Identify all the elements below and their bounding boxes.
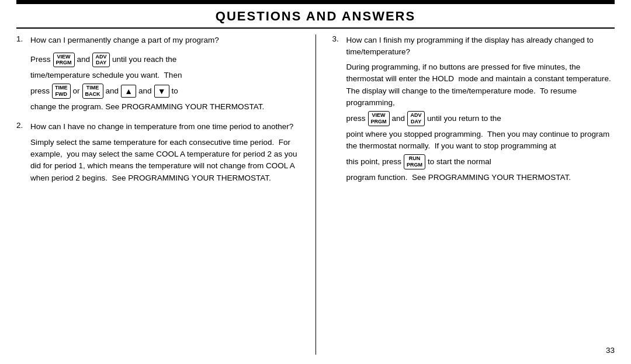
q3-until: until you return to the — [427, 113, 501, 124]
q1-press-label: Press — [30, 54, 51, 65]
btn-time-back[interactable]: TIMEBACK — [82, 84, 103, 99]
q2-text: How can I have no change in temperature … — [30, 121, 299, 133]
q3-line-press: press VIEWPRGM and ADVDAY until you retu… — [346, 111, 615, 126]
q1-press2-label: press — [30, 85, 50, 97]
column-divider — [316, 34, 316, 355]
q3-to-start: to start the normal — [428, 156, 491, 168]
q1-num: 1. — [16, 34, 27, 50]
q1-or: or — [73, 85, 80, 97]
btn-adv-day-2[interactable]: ADVDAY — [407, 111, 425, 126]
q3-para3: program function. See PROGRAMMING YOUR T… — [346, 172, 615, 183]
page-number: 33 — [606, 346, 615, 355]
q1-and-1: and — [77, 54, 91, 65]
page-title: QUESTIONS AND ANSWERS — [16, 9, 615, 24]
btn-run-prgm[interactable]: RUNPRGM — [404, 154, 425, 169]
page-wrapper: QUESTIONS AND ANSWERS 1. How can I perma… — [0, 0, 631, 364]
q2-answer: Simply select the same temperature for e… — [16, 137, 299, 184]
btn-time-fwd[interactable]: TIMEFWD — [52, 84, 71, 99]
q2-answer-text: Simply select the same temperature for e… — [30, 137, 299, 184]
q1-and-3: and — [138, 85, 152, 97]
q1-line4: change the program. See PROGRAMMING YOUR… — [30, 101, 299, 113]
q3-this-point: this point, press — [346, 156, 402, 168]
q3-para2: point where you stopped programming. The… — [346, 129, 615, 152]
q1-text: How can I permanently change a part of m… — [30, 34, 299, 46]
left-column: 1. How can I permanently change a part o… — [16, 34, 299, 355]
question-2-block: 2. How can I have no change in temperatu… — [16, 121, 299, 184]
btn-view-prgm-2[interactable]: VIEWPRGM — [368, 111, 390, 126]
question-3-block: 3. How can I finish my programming if th… — [332, 34, 615, 183]
q1-and-2: and — [106, 85, 119, 97]
q1-line3: press TIMEFWD or TIMEBACK and ▲ and ▼ to — [30, 84, 299, 99]
q1-line2: time/temperature schedule you want. Then — [30, 70, 299, 81]
btn-adv-day-1[interactable]: ADVDAY — [92, 53, 110, 68]
btn-arrow-up[interactable]: ▲ — [121, 85, 136, 98]
q1-to: to — [172, 85, 178, 97]
btn-arrow-down[interactable]: ▼ — [154, 85, 169, 98]
q3-line-run: this point, press RUNPRGM to start the n… — [346, 154, 615, 169]
q1-until: until you reach the — [112, 54, 176, 65]
q3-text: How can I finish my programming if the d… — [346, 34, 615, 57]
question-1-header: 1. How can I permanently change a part o… — [16, 34, 299, 50]
right-column: 3. How can I finish my programming if th… — [332, 34, 615, 355]
q1-line1: Press VIEWPRGM and ADVDAY until you reac… — [30, 53, 299, 68]
question-2-header: 2. How can I have no change in temperatu… — [16, 121, 299, 137]
q1-answer: Press VIEWPRGM and ADVDAY until you reac… — [16, 53, 299, 113]
question-1-block: 1. How can I permanently change a part o… — [16, 34, 299, 113]
q3-num: 3. — [332, 34, 343, 61]
q3-press-label: press — [346, 113, 366, 124]
btn-view-prgm-1[interactable]: VIEWPRGM — [53, 53, 75, 68]
q3-and-1: and — [392, 113, 405, 124]
q3-para1: During programming, if no buttons are pr… — [346, 61, 615, 109]
q3-answer: During programming, if no buttons are pr… — [332, 61, 615, 183]
question-3-header: 3. How can I finish my programming if th… — [332, 34, 615, 61]
q2-num: 2. — [16, 121, 27, 137]
content-area: 1. How can I permanently change a part o… — [16, 34, 615, 355]
page-number-area: 33 — [332, 342, 615, 355]
title-bar: QUESTIONS AND ANSWERS — [16, 3, 615, 29]
